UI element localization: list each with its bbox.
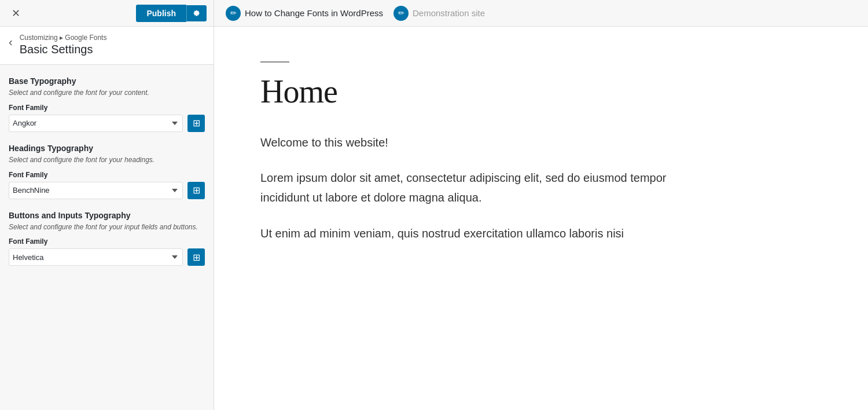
- welcome-text: Welcome to this website!: [260, 133, 689, 152]
- settings-button[interactable]: [186, 5, 207, 21]
- base-font-family-row: Angkor Arial Georgia Helvetica Roboto Op…: [9, 115, 205, 132]
- base-typography-section: Base Typography Select and configure the…: [9, 76, 205, 132]
- preview-topbar: ✏ How to Change Fonts in WordPress ✏ Dem…: [214, 0, 868, 27]
- home-title: Home: [260, 73, 689, 110]
- preview-link-1[interactable]: ✏ How to Change Fonts in WordPress: [226, 6, 383, 21]
- breadcrumb-title: Basic Settings: [20, 43, 107, 56]
- headings-typography-section: Headings Typography Select and configure…: [9, 144, 205, 199]
- buttons-inputs-typography-section: Buttons and Inputs Typography Select and…: [9, 211, 205, 266]
- base-font-select[interactable]: Angkor Arial Georgia Helvetica Roboto Op…: [9, 115, 183, 132]
- buttons-inputs-typography-title: Buttons and Inputs Typography: [9, 211, 205, 220]
- headings-typography-desc: Select and configure the font for your h…: [9, 155, 205, 165]
- buttons-inputs-font-family-row: Helvetica Arial Georgia BenchNine Roboto…: [9, 248, 205, 266]
- gear-icon: [193, 9, 201, 17]
- headings-font-select[interactable]: BenchNine Arial Georgia Helvetica Roboto…: [9, 182, 183, 199]
- buttons-inputs-font-expand-button[interactable]: ⊞: [187, 248, 205, 266]
- lorem-text2: Ut enim ad minim veniam, quis nostrud ex…: [260, 224, 689, 243]
- preview-content: Home Welcome to this website! Lorem ipsu…: [214, 27, 735, 410]
- back-button[interactable]: ‹: [9, 35, 15, 47]
- preview-link-1-text: How to Change Fonts in WordPress: [245, 8, 383, 18]
- close-button[interactable]: ✕: [7, 6, 25, 21]
- preview-link-2[interactable]: ✏ Demonstration site: [393, 6, 485, 21]
- preview-link-2-icon: ✏: [393, 6, 409, 21]
- breadcrumb-section: ‹ Customizing ▸ Google Fonts Basic Setti…: [0, 27, 214, 65]
- headings-font-family-row: BenchNine Arial Georgia Helvetica Roboto…: [9, 182, 205, 199]
- topbar: ✕ Publish: [0, 0, 214, 27]
- preview-link-2-text: Demonstration site: [413, 8, 485, 18]
- headings-font-expand-button[interactable]: ⊞: [187, 182, 205, 199]
- buttons-inputs-font-select[interactable]: Helvetica Arial Georgia BenchNine Roboto…: [9, 248, 183, 266]
- preview-link-1-icon: ✏: [226, 6, 241, 21]
- main-preview: ✏ How to Change Fonts in WordPress ✏ Dem…: [214, 0, 868, 410]
- buttons-inputs-font-family-label: Font Family: [9, 237, 205, 246]
- breadcrumb-path: Customizing ▸ Google Fonts: [20, 34, 107, 42]
- base-font-family-label: Font Family: [9, 104, 205, 112]
- publish-area: Publish: [136, 5, 207, 22]
- base-font-expand-button[interactable]: ⊞: [187, 115, 205, 132]
- base-typography-title: Base Typography: [9, 76, 205, 86]
- lorem-text: Lorem ipsum dolor sit amet, consectetur …: [260, 168, 689, 207]
- buttons-inputs-typography-desc: Select and configure the font for your i…: [9, 222, 205, 232]
- headings-font-family-label: Font Family: [9, 171, 205, 179]
- headings-typography-title: Headings Typography: [9, 144, 205, 153]
- publish-button[interactable]: Publish: [136, 5, 186, 22]
- home-divider: [260, 61, 289, 63]
- panel-content: Base Typography Select and configure the…: [0, 65, 214, 410]
- base-typography-desc: Select and configure the font for your c…: [9, 88, 205, 98]
- sidebar: ✕ Publish ‹ Customizing ▸ Google Fonts B…: [0, 0, 214, 410]
- breadcrumb-text: Customizing ▸ Google Fonts Basic Setting…: [20, 34, 107, 56]
